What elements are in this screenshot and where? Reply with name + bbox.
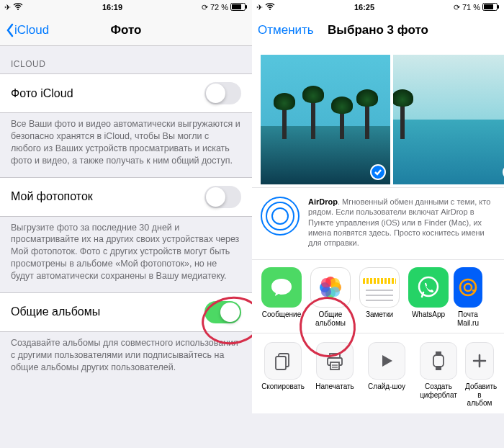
- svg-point-14: [330, 287, 340, 297]
- share-shared-albums[interactable]: Общие альбомы: [307, 267, 354, 327]
- nav-bar: Отменить Выбрано 3 фото: [252, 14, 504, 46]
- svg-rect-23: [330, 362, 339, 369]
- back-button[interactable]: iCloud: [0, 23, 55, 37]
- row-label: Общие альбомы: [11, 305, 100, 318]
- wifi-icon: [265, 3, 275, 12]
- svg-rect-6: [498, 5, 499, 9]
- status-bar: ✈︎ 16:19 ⟳ 72 %: [0, 0, 252, 14]
- watch-icon: [420, 342, 457, 380]
- battery-icon: [482, 3, 500, 12]
- svg-point-15: [321, 287, 331, 297]
- shared-albums-row[interactable]: Общие альбомы: [0, 292, 252, 332]
- share-sheet-pane: ✈︎ 16:25 ⟳ 71 % Отменить Выбрано 3 фото: [252, 0, 504, 448]
- action-copy[interactable]: Скопировать: [258, 342, 308, 408]
- row-label: Фото iCloud: [11, 87, 73, 100]
- actions-row[interactable]: Скопировать Напечатать Слайд-шоу Создать…: [252, 333, 504, 413]
- svg-rect-27: [436, 351, 441, 355]
- row-desc: Выгрузите фото за последние 30 дней и пр…: [0, 216, 252, 292]
- battery-icon: [230, 3, 248, 12]
- share-apps-row[interactable]: Сообщение Общие альбомы: [252, 259, 504, 333]
- photo-stream-switch[interactable]: [204, 186, 241, 208]
- airdrop-row[interactable]: AirDrop. Мгновенный обмен данными с теми…: [252, 187, 504, 259]
- airplane-mode-icon: ✈︎: [4, 3, 11, 12]
- status-time: 16:19: [102, 3, 122, 12]
- airdrop-icon: [261, 197, 300, 236]
- print-icon: [316, 342, 354, 380]
- svg-point-16: [419, 277, 438, 296]
- share-notes[interactable]: Заметки: [356, 267, 403, 327]
- battery-pct: 71 %: [462, 3, 480, 12]
- mailru-icon: [454, 267, 482, 308]
- action-print[interactable]: Напечатать: [310, 342, 360, 408]
- chevron-left-icon: [6, 23, 14, 37]
- share-mailru[interactable]: Почта Mail.ru: [454, 267, 482, 327]
- section-header: ICLOUD: [0, 46, 252, 73]
- action-watchface[interactable]: Создать циферблат: [413, 342, 464, 408]
- photo-thumb[interactable]: [393, 55, 504, 184]
- svg-point-18: [464, 284, 472, 291]
- status-time: 16:25: [354, 3, 374, 12]
- svg-point-12: [330, 278, 340, 288]
- svg-rect-28: [436, 367, 441, 370]
- plus-icon: [465, 342, 494, 380]
- svg-point-13: [321, 278, 331, 288]
- airdrop-text: AirDrop. Мгновенный обмен данными с теми…: [308, 197, 495, 248]
- row-desc: Все Ваши фото и видео автоматически выгр…: [0, 112, 252, 177]
- status-bar: ✈︎ 16:25 ⟳ 71 %: [252, 0, 504, 14]
- photo-stream-row[interactable]: Мой фотопоток: [0, 177, 252, 217]
- share-messages[interactable]: Сообщение: [258, 267, 305, 327]
- wifi-icon: [13, 3, 23, 12]
- selection-check-icon[interactable]: [370, 164, 386, 180]
- nav-bar: iCloud Фото: [0, 14, 252, 46]
- back-label: iCloud: [14, 23, 49, 37]
- notes-icon: [359, 267, 400, 308]
- whatsapp-icon: [408, 267, 449, 308]
- cancel-label: Отменить: [258, 23, 314, 37]
- svg-point-17: [460, 279, 476, 295]
- copy-icon: [264, 342, 302, 380]
- settings-pane: ✈︎ 16:19 ⟳ 72 % iCloud Фото ICLOUD Фото …: [0, 0, 252, 448]
- rotation-lock-icon: ⟳: [202, 3, 208, 12]
- svg-rect-26: [433, 355, 444, 367]
- shared-albums-switch[interactable]: [204, 301, 241, 323]
- airplane-mode-icon: ✈︎: [256, 3, 263, 12]
- play-icon: [368, 342, 405, 380]
- row-label: Мой фотопоток: [11, 190, 93, 203]
- row-desc: Создавайте альбомы для совместного испол…: [0, 331, 252, 384]
- rotation-lock-icon: ⟳: [454, 3, 460, 12]
- cancel-button[interactable]: Отменить: [252, 23, 320, 37]
- svg-rect-7: [484, 4, 493, 9]
- share-whatsapp[interactable]: WhatsApp: [405, 267, 452, 327]
- icloud-photos-switch[interactable]: [204, 82, 241, 104]
- photo-thumb[interactable]: [261, 55, 390, 184]
- photos-icon: [310, 267, 351, 308]
- svg-rect-2: [246, 5, 247, 9]
- icloud-photos-row[interactable]: Фото iCloud: [0, 73, 252, 113]
- messages-icon: [261, 267, 302, 308]
- action-slideshow[interactable]: Слайд-шоу: [361, 342, 412, 408]
- battery-pct: 72 %: [210, 3, 228, 12]
- action-add-album[interactable]: Добавить в альбом: [465, 342, 494, 408]
- svg-rect-20: [276, 357, 286, 369]
- svg-point-0: [17, 9, 19, 10]
- photo-strip[interactable]: [252, 46, 504, 187]
- svg-rect-3: [232, 4, 241, 9]
- svg-point-4: [269, 9, 271, 10]
